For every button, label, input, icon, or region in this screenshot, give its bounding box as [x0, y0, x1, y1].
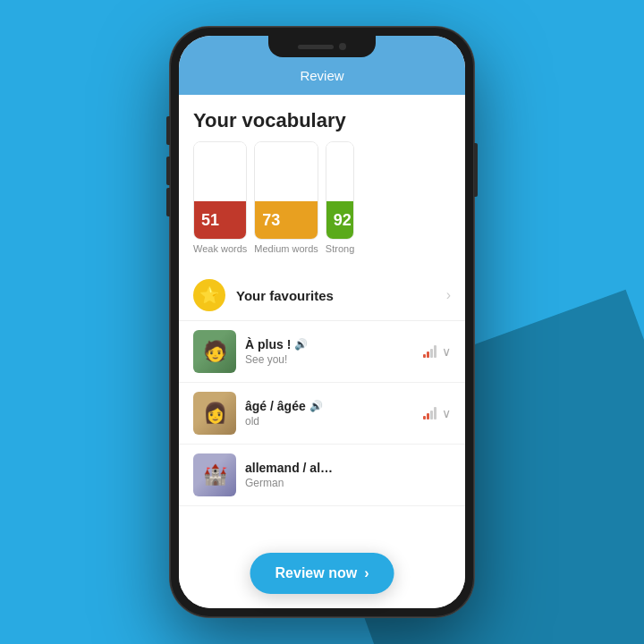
signal-bar-1 [423, 354, 426, 358]
phone-notch [268, 36, 376, 57]
review-now-wrapper: Review now › [250, 553, 394, 594]
word-avatar-2: 👩 [193, 392, 236, 435]
review-now-button[interactable]: Review now › [250, 553, 394, 594]
expand-btn-1[interactable]: ∨ [442, 344, 451, 359]
word-item-1[interactable]: 🧑 À plus ! 🔊 See you! [179, 321, 465, 383]
medium-words-card[interactable]: 73 Medium words [254, 141, 318, 256]
signal-bar-3 [430, 349, 433, 358]
notch-speaker [298, 45, 334, 49]
header-title: Review [300, 68, 343, 83]
word-main-3: allemand / al… [245, 461, 451, 475]
phone-screen: Review Your vocabulary 51 Weak words [179, 36, 465, 608]
sound-icon-2[interactable]: 🔊 [309, 400, 323, 412]
card-bottom-medium: 73 [255, 201, 318, 239]
word-text-1: À plus ! [245, 337, 291, 352]
chevron-right-icon: › [446, 287, 451, 303]
signal-bar-2-1 [423, 416, 426, 419]
word-translation-1: See you! [245, 353, 414, 366]
medium-label: Medium words [254, 240, 318, 256]
signal-bar-2-3 [430, 411, 433, 419]
card-top-strong [326, 142, 353, 201]
favourites-icon: ⭐ [193, 279, 225, 311]
word-text-2: âgé / âgée [245, 399, 306, 413]
favourites-label: Your favourites [236, 288, 446, 303]
page-title: Your vocabulary [179, 95, 465, 141]
phone-outer: Review Your vocabulary 51 Weak words [170, 27, 474, 617]
word-translation-2: old [245, 415, 414, 428]
word-cards-row: 51 Weak words 73 Medium words [179, 141, 465, 256]
word-info-1: À plus ! 🔊 See you! [245, 337, 414, 366]
phone-mockup: Review Your vocabulary 51 Weak words [170, 27, 474, 617]
word-text-3: allemand / al… [245, 461, 333, 475]
avatar-emoji-1: 🧑 [203, 340, 227, 363]
sound-icon-1[interactable]: 🔊 [294, 338, 308, 351]
avatar-emoji-2: 👩 [203, 402, 227, 425]
signal-icon-2 [423, 407, 436, 419]
signal-bar-4 [434, 345, 436, 358]
signal-icon-1 [423, 345, 436, 358]
signal-bar-2-2 [427, 413, 429, 419]
review-arrow-icon: › [364, 565, 369, 581]
card-bottom-weak: 51 [194, 201, 246, 239]
notch-camera [339, 43, 346, 50]
review-now-label: Review now [275, 565, 358, 581]
word-avatar-3: 🏰 [193, 453, 236, 496]
expand-btn-2[interactable]: ∨ [442, 406, 451, 420]
weak-count: 51 [201, 211, 219, 230]
word-right-1: ∨ [423, 344, 451, 359]
strong-words-card[interactable]: 92 Strong [326, 141, 354, 256]
strong-count: 92 [334, 211, 352, 230]
word-right-2: ∨ [423, 406, 451, 420]
card-top-medium [255, 142, 318, 201]
word-translation-3: German [245, 477, 451, 489]
card-top-weak [194, 142, 246, 201]
word-main-1: À plus ! 🔊 [245, 337, 414, 352]
medium-count: 73 [262, 211, 280, 230]
favourites-row[interactable]: ⭐ Your favourites › [179, 270, 465, 321]
weak-words-card[interactable]: 51 Weak words [193, 141, 247, 256]
card-bottom-strong: 92 [326, 201, 353, 239]
word-info-3: allemand / al… German [245, 461, 451, 489]
avatar-emoji-3: 🏰 [203, 463, 227, 487]
word-info-2: âgé / âgée 🔊 old [245, 399, 414, 428]
word-item-2[interactable]: 👩 âgé / âgée 🔊 old [179, 383, 465, 445]
weak-label: Weak words [193, 240, 247, 256]
word-avatar-1: 🧑 [193, 330, 236, 373]
strong-label: Strong [326, 240, 354, 256]
signal-bar-2-4 [434, 407, 436, 419]
word-item-3[interactable]: 🏰 allemand / al… German [179, 445, 465, 506]
signal-bar-2 [427, 352, 429, 358]
star-icon: ⭐ [199, 285, 219, 305]
screen-content: Your vocabulary 51 Weak words [179, 95, 465, 608]
word-main-2: âgé / âgée 🔊 [245, 399, 414, 413]
